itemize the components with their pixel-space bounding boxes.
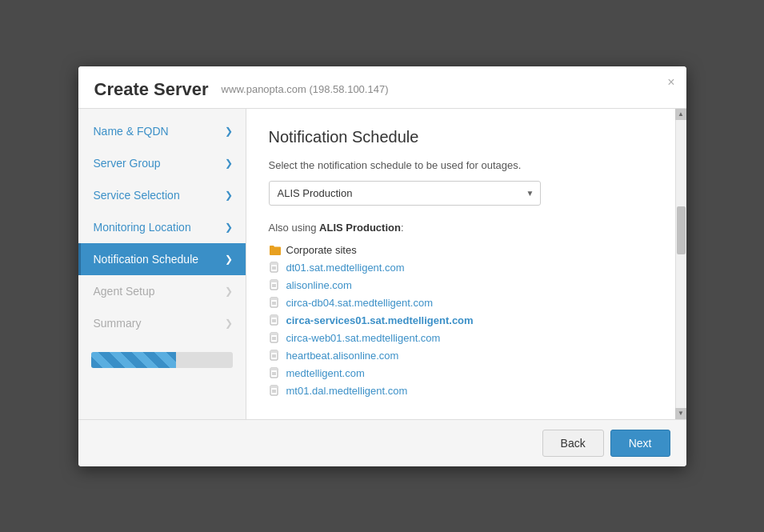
sidebar-item-label: Summary [94, 317, 142, 330]
also-using-name: ALIS Production [319, 222, 401, 234]
back-button[interactable]: Back [542, 430, 604, 457]
list-item: dt01.sat.medtelligent.com [269, 259, 650, 277]
list-item: circa-web01.sat.medtelligent.com [269, 330, 650, 347]
folder-icon [269, 244, 282, 257]
chevron-right-icon: ❯ [225, 126, 233, 137]
sidebar-item-notification-schedule[interactable]: Notification Schedule ❯ [78, 243, 246, 275]
sidebar-item-server-group[interactable]: Server Group ❯ [78, 147, 246, 179]
next-button[interactable]: Next [610, 430, 670, 457]
sidebar-item-name-fqdn[interactable]: Name & FQDN ❯ [78, 115, 246, 147]
sidebar-item-label: Name & FQDN [94, 125, 169, 138]
server-page-icon [269, 262, 282, 274]
svg-rect-13 [270, 315, 278, 318]
svg-rect-29 [270, 386, 278, 388]
svg-rect-9 [270, 298, 278, 300]
server-link[interactable]: circa-web01.sat.medtelligent.com [286, 332, 441, 344]
list-item: circa-db04.sat.medtelligent.com [269, 294, 650, 312]
chevron-right-icon: ❯ [225, 318, 233, 329]
server-page-icon [269, 350, 282, 362]
content-area: Notification Schedule Select the notific… [246, 109, 686, 419]
list-item: medtelligent.com [269, 365, 650, 382]
server-page-icon [269, 279, 282, 292]
notification-schedule-select[interactable]: ALIS Production Default Off Hours Busine… [269, 181, 541, 206]
scrollbar-thumb-area [676, 120, 686, 408]
sidebar-item-label: Agent Setup [94, 285, 155, 298]
modal-footer: Back Next [78, 419, 686, 466]
server-link[interactable]: mt01.dal.medtelligent.com [286, 385, 408, 397]
progress-bar-container [91, 352, 233, 368]
sidebar-item-label: Monitoring Location [94, 221, 191, 234]
list-item: Corporate sites [269, 242, 650, 259]
server-page-icon [269, 314, 282, 327]
server-name: Corporate sites [286, 244, 357, 256]
sidebar-item-service-selection[interactable]: Service Selection ❯ [78, 179, 246, 211]
list-item: alisonline.com [269, 277, 650, 294]
also-using-suffix: : [401, 222, 404, 234]
chevron-right-icon: ❯ [225, 158, 233, 169]
notification-schedule-select-wrapper: ALIS Production Default Off Hours Busine… [269, 181, 541, 206]
server-link[interactable]: circa-services01.sat.medtelligent.com [286, 314, 474, 326]
scrollbar-thumb[interactable] [677, 206, 686, 254]
scrollbar-up-button[interactable]: ▲ [675, 109, 686, 120]
chevron-right-icon: ❯ [225, 222, 233, 233]
progress-bar [91, 352, 176, 368]
sidebar-item-label: Server Group [94, 157, 161, 170]
close-button[interactable]: × [667, 76, 674, 89]
svg-rect-17 [270, 333, 278, 335]
content-description: Select the notification schedule to be u… [269, 159, 650, 171]
server-page-icon [269, 332, 282, 345]
server-page-icon [269, 297, 282, 310]
scrollbar[interactable]: ▲ ▼ [675, 109, 686, 419]
svg-rect-5 [270, 280, 278, 282]
modal-header: Create Server www.panopta.com (198.58.10… [78, 66, 686, 109]
sidebar-item-summary: Summary ❯ [78, 307, 246, 339]
content-inner: Notification Schedule Select the notific… [269, 128, 664, 400]
server-link[interactable]: medtelligent.com [286, 367, 365, 379]
svg-rect-25 [270, 368, 278, 370]
svg-rect-21 [270, 350, 278, 353]
also-using-label: Also using ALIS Production: [269, 222, 650, 234]
also-using-prefix: Also using [269, 222, 320, 234]
chevron-right-icon: ❯ [225, 286, 233, 297]
modal-title: Create Server [94, 79, 209, 100]
list-item: mt01.dal.medtelligent.com [269, 382, 650, 400]
server-list: Corporate sites dt01.sat.medtelligent.co… [269, 242, 650, 400]
sidebar-item-label: Service Selection [94, 189, 180, 202]
modal-body: Name & FQDN ❯ Server Group ❯ Service Sel… [78, 109, 686, 419]
create-server-modal: Create Server www.panopta.com (198.58.10… [78, 66, 686, 466]
list-item: circa-services01.sat.medtelligent.com [269, 312, 650, 330]
chevron-right-icon: ❯ [225, 254, 233, 265]
sidebar-item-monitoring-location[interactable]: Monitoring Location ❯ [78, 211, 246, 243]
server-page-icon [269, 367, 282, 380]
server-link[interactable]: alisonline.com [286, 279, 352, 291]
sidebar: Name & FQDN ❯ Server Group ❯ Service Sel… [78, 109, 246, 419]
scrollbar-down-button[interactable]: ▼ [675, 408, 686, 419]
chevron-right-icon: ❯ [225, 190, 233, 201]
server-page-icon [269, 385, 282, 398]
server-link[interactable]: circa-db04.sat.medtelligent.com [286, 297, 434, 309]
server-link[interactable]: heartbeat.alisonline.com [286, 350, 399, 362]
server-link[interactable]: dt01.sat.medtelligent.com [286, 262, 405, 274]
page-title: Notification Schedule [269, 128, 650, 146]
sidebar-item-agent-setup: Agent Setup ❯ [78, 275, 246, 307]
list-item: heartbeat.alisonline.com [269, 347, 650, 365]
sidebar-item-label: Notification Schedule [94, 253, 199, 266]
modal-subtitle: www.panopta.com (198.58.100.147) [222, 83, 389, 95]
svg-rect-1 [270, 262, 278, 265]
